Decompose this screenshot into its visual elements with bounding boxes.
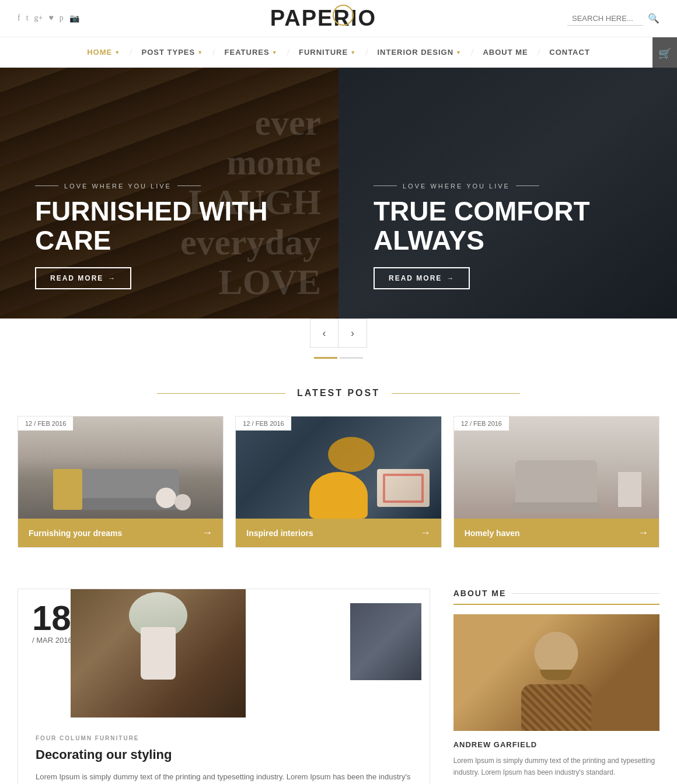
card-image-1	[18, 416, 223, 519]
pinterest-icon[interactable]: p	[60, 13, 64, 23]
nav-item-interior-design[interactable]: INTERIOR DESIGN ▼	[369, 37, 470, 67]
twitter-icon[interactable]: t	[26, 13, 29, 23]
logo-o: RI	[333, 6, 358, 31]
instagram-icon[interactable]: 📷	[69, 13, 79, 23]
orb-2	[175, 494, 191, 510]
nav-item-home[interactable]: HOME ▼	[79, 37, 128, 67]
arrow-icon: →	[446, 274, 455, 282]
card-footer-1: Furnishing your dreams →	[18, 519, 223, 547]
card-date-1: 12 / FEB 2016	[18, 416, 73, 430]
blog-post-image-row: 18 / MAR 2016	[18, 589, 430, 718]
blog-date-block: 18 / MAR 2016	[18, 589, 86, 656]
vase-shape	[141, 627, 176, 680]
nav-item-features[interactable]: FEATURES ▼	[217, 37, 286, 67]
nav-separator: /	[536, 47, 541, 58]
nav-item-post-types[interactable]: POST TYPES ▼	[134, 37, 212, 67]
cart-button[interactable]: 🛒	[652, 37, 677, 69]
card-title-2: Inspired interiors	[246, 528, 313, 538]
blog-category: FOUR COLUMN FURNITURE	[36, 735, 412, 741]
heart-icon[interactable]: ♥	[48, 13, 53, 23]
nav-separator: /	[128, 47, 133, 58]
hero-right-title: TRUE COMFORT ALWAYS	[374, 197, 642, 256]
blog-img-content	[141, 627, 176, 680]
slider-dots	[314, 357, 363, 359]
post-card-1: 12 / FEB 2016 Furnishing your dreams →	[18, 416, 224, 548]
blog-main: 18 / MAR 2016 FOUR COLUMN FURNITURE D	[18, 589, 430, 784]
card-footer-3: Homely haven →	[454, 519, 659, 547]
vase	[618, 472, 641, 507]
main-nav: HOME ▼ / POST TYPES ▼ / FEATURES ▼ / FUR…	[0, 37, 677, 68]
nav-separator: /	[364, 47, 369, 58]
card-arrow-3[interactable]: →	[638, 527, 648, 539]
logo-text: PAPERIO	[270, 6, 376, 30]
about-me-title: ABOUT ME	[453, 589, 659, 605]
blog-sidebar: ABOUT ME ANDREW GARFIELD Lorem Ipsum is …	[453, 589, 659, 784]
blog-date-month: / MAR 2016	[32, 636, 72, 645]
nav-separator: /	[211, 47, 216, 58]
card-image-3	[454, 416, 659, 519]
blog-title: Decorating our styling	[36, 747, 412, 762]
yellow-chair	[53, 469, 82, 510]
card-title-1: Furnishing your dreams	[29, 528, 122, 538]
nav-item-contact[interactable]: CONTACT	[541, 37, 598, 67]
armchair	[515, 460, 597, 507]
arrow-icon: →	[108, 274, 116, 282]
title-line-right	[392, 393, 520, 394]
flower-yellow	[309, 472, 368, 519]
hero-right-readmore-button[interactable]: READ MORE →	[374, 267, 470, 289]
slider-next-button[interactable]: ›	[338, 319, 367, 347]
search-icon[interactable]: 🔍	[648, 13, 659, 24]
nav-separator: /	[286, 47, 291, 58]
armchair-seat	[512, 502, 600, 513]
dropdown-arrow: ▼	[456, 50, 462, 55]
post-card-2: 12 / FEB 2016 Inspired interiors →	[235, 416, 441, 548]
decorative-pillow	[377, 469, 430, 507]
blog-content: FOUR COLUMN FURNITURE Decorating our sty…	[18, 718, 430, 784]
hero-panel-left: evermomeLAUGHeverydayLOVE LOVE WHERE YOU…	[0, 68, 338, 318]
latest-post-title-section: LATEST POST	[0, 388, 677, 398]
slider-arrows: ‹ ›	[310, 318, 367, 348]
person-head	[535, 632, 578, 676]
dropdown-arrow: ▼	[197, 50, 203, 55]
nav-separator: /	[470, 47, 474, 58]
slider-dot-1[interactable]	[314, 357, 337, 359]
site-logo[interactable]: PAPERIO	[79, 6, 567, 31]
person-beard	[540, 670, 573, 680]
card-title-3: Homely haven	[465, 528, 520, 538]
slider-dot-2[interactable]	[340, 357, 363, 359]
nav-item-furniture[interactable]: FURNITURE ▼	[291, 37, 364, 67]
post-card-3: 12 / FEB 2016 Homely haven →	[453, 416, 659, 548]
facebook-icon[interactable]: f	[18, 13, 20, 23]
dropdown-arrow: ▼	[350, 50, 356, 55]
card-arrow-2[interactable]: →	[420, 527, 431, 539]
card-date-3: 12 / FEB 2016	[454, 416, 509, 430]
card-image-2	[236, 416, 441, 519]
slider-prev-button[interactable]: ‹	[310, 319, 338, 347]
hero-panel-right: LOVE WHERE YOU LIVE TRUE COMFORT ALWAYS …	[338, 68, 677, 318]
about-me-section: ABOUT ME ANDREW GARFIELD Lorem Ipsum is …	[453, 589, 659, 779]
shirt-pattern	[521, 684, 591, 731]
blog-post: 18 / MAR 2016 FOUR COLUMN FURNITURE D	[18, 589, 430, 784]
hero-section: evermomeLAUGHeverydayLOVE LOVE WHERE YOU…	[0, 68, 677, 318]
about-me-name: ANDREW GARFIELD	[453, 740, 659, 749]
blog-text: Lorem Ipsum is simply dummy text of the …	[36, 771, 412, 784]
blog-main-row: 18 / MAR 2016 FOUR COLUMN FURNITURE D	[0, 577, 677, 784]
search-area: 🔍	[567, 12, 659, 26]
pillow-pattern	[383, 474, 424, 503]
hero-left-readmore-button[interactable]: READ MORE →	[35, 267, 131, 289]
card-footer-2: Inspired interiors →	[236, 519, 441, 547]
slider-controls: ‹ ›	[310, 318, 367, 359]
about-me-image	[453, 614, 659, 731]
nav-item-about[interactable]: ABOUT ME	[474, 37, 536, 67]
hero-left-eyebrow: LOVE WHERE YOU LIVE	[35, 183, 201, 190]
dropdown-arrow: ▼	[272, 50, 278, 55]
googleplus-icon[interactable]: g+	[34, 13, 43, 23]
cards-row: 12 / FEB 2016 Furnishing your dreams → 1…	[0, 416, 677, 548]
flower-2	[328, 437, 375, 472]
search-input[interactable]	[567, 12, 643, 26]
blog-date-number: 18	[32, 601, 72, 636]
about-me-text: Lorem Ipsum is simply dummy text of the …	[453, 755, 659, 779]
card-arrow-1[interactable]: →	[202, 527, 212, 539]
decorative-text: evermomeLAUGHeverydayLOVE	[180, 103, 321, 302]
latest-post-heading: LATEST POST	[297, 388, 380, 398]
